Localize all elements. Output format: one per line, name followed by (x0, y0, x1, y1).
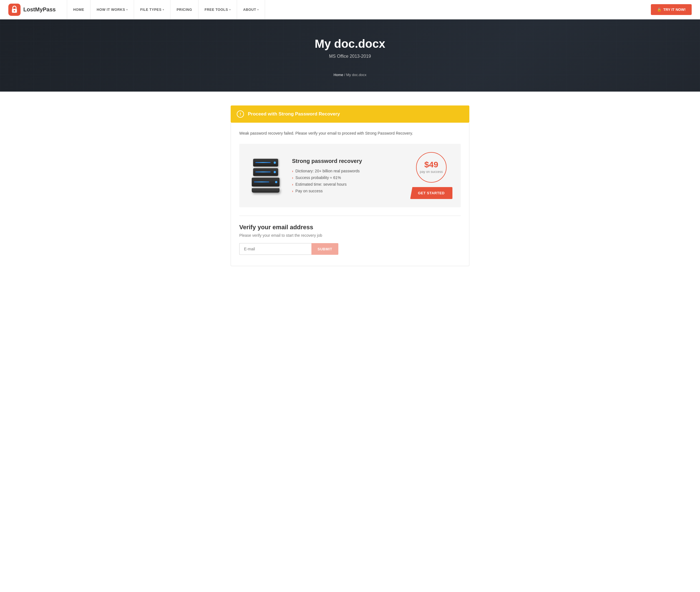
recovery-card: Strong password recovery › Dictionary: 2… (239, 144, 461, 207)
feature-item: › Success probability ≈ 61% (292, 176, 402, 180)
feature-text: Estimated time: several hours (295, 182, 346, 187)
recovery-price-section: $49 pay on success GET STARTED (410, 152, 452, 199)
feature-item: › Pay on success (292, 189, 402, 193)
main-nav: HOME HOW IT WORKS ▾ FILE TYPES ▾ PRICING… (67, 0, 651, 19)
arrow-icon: › (292, 189, 293, 193)
price-circle: $49 pay on success (416, 152, 447, 183)
recovery-features-list: › Dictionary: 20+ billion real passwords… (292, 169, 402, 193)
email-verification-section: Verify your email address Please verify … (239, 224, 461, 255)
recovery-card-title: Strong password recovery (292, 158, 402, 164)
recovery-info: Strong password recovery › Dictionary: 2… (292, 158, 402, 193)
nav-link-file-types[interactable]: FILE TYPES ▾ (134, 0, 170, 19)
server-stripe (254, 182, 269, 182)
nav-item-how-it-works[interactable]: HOW IT WORKS ▾ (90, 0, 134, 19)
lock-icon: 🔒 (657, 7, 661, 12)
arrow-icon: › (292, 169, 293, 173)
nav-item-free-tools[interactable]: FREE TOOLS ▾ (198, 0, 237, 19)
server-unit-3 (252, 178, 280, 187)
nav-link-how-it-works[interactable]: HOW IT WORKS ▾ (90, 0, 134, 19)
arrow-icon: › (292, 176, 293, 180)
server-stripe (255, 171, 270, 172)
brand-logo[interactable]: LostMyPass (8, 4, 56, 16)
price-subtitle: pay on success (420, 170, 443, 174)
verify-email-title: Verify your email address (239, 224, 461, 231)
chevron-down-icon: ▾ (126, 8, 128, 11)
server-unit-2 (253, 168, 278, 176)
navbar-cta: 🔒 TRY IT NOW! (651, 4, 692, 15)
logo-icon (8, 4, 20, 16)
server-illustration (248, 159, 284, 193)
feature-item: › Dictionary: 20+ billion real passwords (292, 169, 402, 173)
email-form: SUBMIT (239, 243, 461, 255)
svg-point-2 (14, 10, 15, 11)
alert-banner: ! Proceed with Strong Password Recovery (231, 105, 469, 123)
nav-item-home[interactable]: HOME (67, 0, 91, 19)
feature-item: › Estimated time: several hours (292, 182, 402, 187)
nav-link-about[interactable]: ABOUT ▾ (237, 0, 265, 19)
brand-name: LostMyPass (23, 6, 56, 13)
nav-item-file-types[interactable]: FILE TYPES ▾ (134, 0, 170, 19)
hero-subtitle: MS Office 2013-2019 (315, 54, 385, 59)
server-unit-1 (253, 159, 278, 166)
breadcrumb-home-link[interactable]: Home (334, 73, 343, 77)
breadcrumb-current: My doc.docx (346, 73, 366, 77)
chevron-down-icon: ▾ (163, 8, 164, 11)
feature-text: Success probability ≈ 61% (295, 176, 341, 180)
email-input[interactable] (239, 243, 311, 255)
chevron-down-icon: ▾ (257, 8, 259, 11)
verify-email-description: Please verify your email to start the re… (239, 233, 461, 238)
alert-icon: ! (237, 110, 244, 118)
server-stack (252, 159, 280, 193)
server-stripe (255, 162, 270, 163)
nav-link-home[interactable]: HOME (67, 0, 91, 19)
submit-button[interactable]: SUBMIT (311, 243, 338, 255)
server-base (252, 188, 280, 193)
hero-title: My doc.docx (315, 37, 385, 51)
feature-text: Dictionary: 20+ billion real passwords (295, 169, 360, 173)
get-started-button[interactable]: GET STARTED (410, 187, 452, 199)
hero-section: My doc.docx MS Office 2013-2019 Home / M… (0, 19, 700, 92)
hero-content: My doc.docx MS Office 2013-2019 (309, 26, 391, 64)
feature-text: Pay on success (295, 189, 322, 193)
nav-link-free-tools[interactable]: FREE TOOLS ▾ (198, 0, 237, 19)
breadcrumb: Home / My doc.docx (334, 73, 367, 85)
content-box: Weak password recovery failed. Please ve… (231, 123, 469, 266)
arrow-icon: › (292, 182, 293, 187)
nav-link-pricing[interactable]: PRICING (170, 0, 198, 19)
chevron-down-icon: ▾ (229, 8, 231, 11)
navbar: LostMyPass HOME HOW IT WORKS ▾ FILE TYPE… (0, 0, 700, 19)
nav-item-about[interactable]: ABOUT ▾ (237, 0, 265, 19)
alert-title: Proceed with Strong Password Recovery (248, 111, 340, 117)
main-content: ! Proceed with Strong Password Recovery … (225, 105, 475, 266)
weak-password-message: Weak password recovery failed. Please ve… (239, 131, 461, 136)
price-amount: $49 (424, 160, 438, 169)
try-now-button[interactable]: 🔒 TRY IT NOW! (651, 4, 692, 15)
breadcrumb-separator: / (343, 73, 346, 77)
nav-item-pricing[interactable]: PRICING (170, 0, 198, 19)
